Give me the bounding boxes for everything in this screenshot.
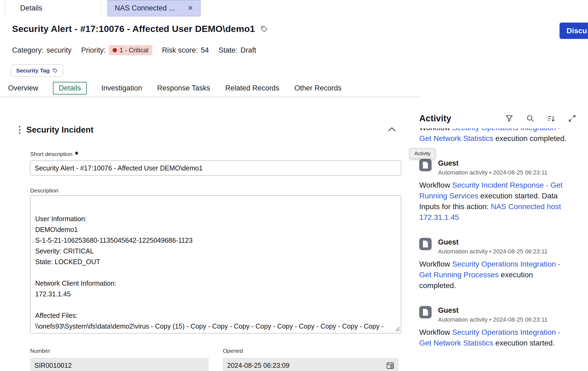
short-description-label: Short description ✱ — [30, 151, 79, 157]
tab-response-tasks[interactable]: Response Tasks — [157, 82, 211, 94]
activity-text: Workflow — [419, 181, 452, 189]
activity-entry: GuestAutomation activity • 2024-08-25 06… — [419, 306, 577, 348]
activity-text: execution started. — [493, 339, 555, 347]
short-description-input[interactable] — [30, 161, 401, 176]
avatar-document-icon — [419, 159, 432, 171]
close-icon[interactable]: ✕ — [188, 5, 193, 12]
activity-author: Guest — [438, 159, 547, 168]
meta-value: Draft — [241, 46, 256, 54]
section-title: Security Incident — [26, 125, 94, 135]
field-label-text: Description — [30, 187, 58, 194]
tab-related-records[interactable]: Related Records — [225, 82, 280, 94]
field-label-text: Number — [30, 348, 50, 354]
activity-toolbar — [505, 114, 576, 122]
security-tag-label: Security Tag — [16, 67, 49, 74]
number-label: Number — [30, 348, 50, 354]
tag-icon[interactable] — [260, 25, 268, 33]
tag-icon — [52, 68, 58, 73]
activity-entry: GuestAutomation activity • 2024-08-25 06… — [419, 159, 577, 223]
meta-label: Category: — [12, 46, 44, 54]
required-asterisk: ✱ — [75, 150, 79, 156]
activity-tooltip: Activity — [410, 148, 435, 159]
discuss-button[interactable]: Discu — [560, 23, 588, 39]
activity-entry-body: Workflow Security Incident Response - Ge… — [419, 180, 570, 223]
number-value: SIR0010012 — [34, 362, 72, 369]
opened-label: Opened — [223, 348, 243, 354]
opened-value: 2024-08-25 06:23:09 — [227, 362, 289, 369]
sort-icon[interactable] — [547, 114, 555, 122]
activity-entry-body: Workflow Security Operations Integration… — [419, 259, 570, 291]
meta-category: Category: security — [12, 46, 71, 54]
activity-text: Workflow — [419, 260, 452, 268]
activity-text: Workflow — [419, 328, 452, 336]
section-header-security-incident: Security Incident — [18, 125, 94, 135]
activity-header: Activity — [419, 113, 576, 123]
window-tab-nas-connected[interactable]: NAS Connected ... ✕ — [107, 0, 200, 16]
calendar-icon[interactable] — [386, 361, 394, 369]
activity-title: Activity — [419, 113, 451, 123]
number-field: SIR0010012 — [30, 358, 209, 371]
avatar-document-icon — [419, 238, 432, 250]
activity-text: execution completed. — [493, 134, 566, 143]
record-meta: Category: security Priority: 1 - Critica… — [12, 45, 256, 55]
chevron-up-icon[interactable] — [388, 127, 396, 133]
field-label-text: Short description — [30, 151, 73, 157]
activity-feed: Workflow Security Operations Integration… — [419, 128, 577, 371]
meta-risk-score: Risk score: 54 — [162, 46, 209, 54]
description-textarea[interactable]: User Information: DEMO\demo1 S-1-5-21-10… — [30, 195, 401, 333]
activity-author: Guest — [438, 306, 547, 315]
meta-label: Priority: — [81, 46, 106, 54]
field-label-text: Opened — [223, 348, 243, 354]
expand-icon[interactable] — [568, 114, 576, 122]
avatar-document-icon — [419, 306, 432, 318]
priority-value: 1 - Critical — [120, 46, 149, 54]
meta-value: security — [46, 46, 71, 54]
activity-entry: GuestAutomation activity • 2024-08-25 06… — [419, 238, 577, 291]
search-icon[interactable] — [526, 114, 534, 122]
meta-priority: Priority: 1 - Critical — [81, 45, 152, 55]
meta-label: Risk score: — [162, 46, 198, 54]
activity-panel: Activity Activity Workflow Security Oper… — [419, 97, 588, 371]
activity-meta: Automation activity • 2024-08-25 06:23:1… — [438, 248, 547, 256]
priority-badge: 1 - Critical — [109, 45, 152, 55]
window-tab-bar: Details NAS Connected ... ✕ — [0, 0, 588, 16]
activity-entry-body: Workflow Security Operations Integration… — [419, 128, 570, 144]
activity-meta: Automation activity • 2024-08-25 06:23:1… — [438, 316, 547, 324]
drag-handle-icon[interactable] — [18, 125, 21, 135]
security-tag-pill[interactable]: Security Tag — [11, 64, 63, 77]
window-tab-details[interactable]: Details — [5, 0, 101, 16]
activity-text: Workflow — [419, 128, 452, 132]
tab-overview[interactable]: Overview — [8, 82, 39, 94]
page-title: Security Alert - #17:10076 - Affected Us… — [12, 24, 255, 34]
meta-state: State: Draft — [218, 46, 256, 54]
opened-field[interactable]: 2024-08-25 06:23:09 — [223, 358, 399, 371]
record-tab-bar: Overview Details Investigation Response … — [8, 81, 342, 95]
filter-icon[interactable] — [505, 114, 513, 122]
tab-details[interactable]: Details — [53, 82, 87, 94]
activity-meta: Automation activity • 2024-08-25 06:23:1… — [438, 169, 547, 177]
description-label: Description — [30, 187, 58, 194]
tab-investigation[interactable]: Investigation — [101, 82, 143, 94]
meta-label: State: — [218, 46, 238, 54]
activity-entry-body: Workflow Security Operations Integration… — [419, 327, 570, 348]
critical-dot-icon — [113, 48, 117, 52]
meta-value: 54 — [201, 46, 209, 54]
activity-author: Guest — [438, 238, 547, 246]
tab-other-records[interactable]: Other Records — [294, 82, 342, 94]
page-header: Security Alert - #17:10076 - Affected Us… — [12, 24, 268, 34]
window-tab-label: Details — [20, 4, 42, 12]
window-tab-label: NAS Connected ... — [115, 4, 175, 12]
